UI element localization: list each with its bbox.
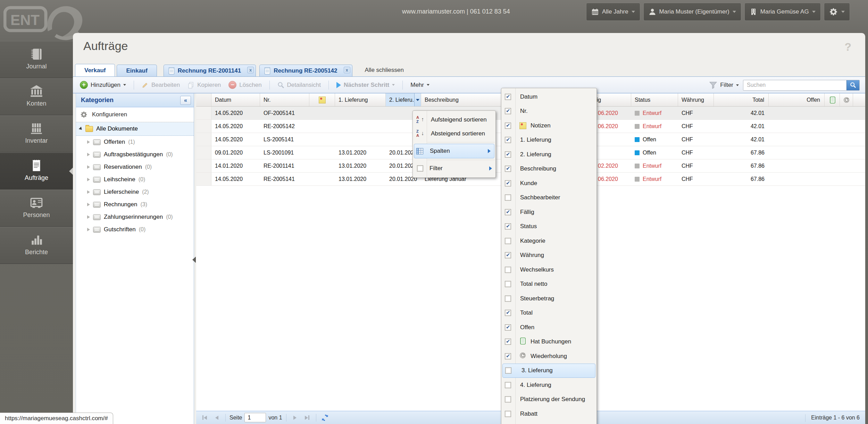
column-header-status[interactable]: Status — [631, 93, 678, 106]
close-tab-icon[interactable]: x — [247, 67, 254, 73]
collapsed-arrow-icon[interactable] — [87, 215, 90, 219]
filter-button[interactable]: Filter — [709, 81, 739, 89]
column-toggle-nr[interactable]: Nr. — [501, 104, 596, 119]
column-toggle-lieferung4[interactable]: 4. Lieferung — [501, 378, 596, 392]
tab-einkauf[interactable]: Einkauf — [117, 65, 157, 76]
column-toggle-sachbearbeiter[interactable]: Sachbearbeiter — [501, 191, 596, 205]
checkbox[interactable] — [505, 267, 511, 273]
column-header-offen[interactable]: Offen — [769, 93, 825, 106]
column-toggle-kategorie[interactable]: Kategorie — [501, 234, 596, 248]
column-header-wiederholung[interactable] — [840, 93, 853, 106]
tab-rechnung-re-2005142[interactable]: Rechnung RE-2005142 x — [259, 65, 352, 76]
previous-page-button[interactable] — [212, 413, 222, 422]
column-toggle-wiederholung[interactable]: Wiederholung — [501, 349, 596, 364]
tree-item-lieferscheine[interactable]: Lieferscheine (2) — [76, 186, 194, 198]
column-toggle-status[interactable]: Status — [501, 219, 596, 234]
checkbox[interactable] — [505, 353, 511, 359]
expanded-arrow-icon[interactable] — [79, 127, 83, 131]
collapsed-arrow-icon[interactable] — [87, 228, 90, 231]
column-toggle-rabatt[interactable]: Rabatt — [501, 407, 596, 421]
collapsed-arrow-icon[interactable] — [87, 178, 90, 181]
checkbox[interactable] — [505, 252, 511, 258]
tab-verkauf[interactable]: Verkauf — [75, 64, 115, 76]
checkbox[interactable] — [505, 339, 511, 345]
checkbox[interactable] — [505, 194, 511, 201]
column-toggle-waehrung[interactable]: Währung — [501, 248, 596, 263]
search-input[interactable] — [743, 82, 846, 88]
refresh-button[interactable] — [320, 413, 330, 422]
column-toggle-beschreibung[interactable]: Beschreibung — [501, 162, 596, 176]
column-toggle-total[interactable]: Total — [501, 306, 596, 321]
help-icon[interactable]: ? — [844, 41, 851, 53]
column-toggle-datum[interactable]: Datum — [501, 90, 596, 104]
menu-item-sort-ascending[interactable]: AZ↑ Aufsteigend sortieren — [413, 113, 495, 127]
collapse-panel-button[interactable]: « — [180, 96, 191, 105]
user-menu-button[interactable]: Maria Muster (Eigentümer) — [643, 3, 741, 21]
tree-item-alle-dokumente[interactable]: Alle Dokumente — [76, 122, 194, 136]
sidebar-item-auftraege[interactable]: Aufträge — [0, 152, 73, 190]
column-toggle-hat-buchungen[interactable]: Hat Buchungen — [501, 335, 596, 349]
column-header-waehrung[interactable]: Währung — [678, 93, 714, 106]
tree-item-rechnungen[interactable]: Rechnungen (3) — [76, 198, 194, 211]
last-page-button[interactable] — [302, 413, 312, 422]
tree-item-offerten[interactable]: Offerten (1) — [76, 136, 194, 148]
more-button[interactable]: Mehr — [408, 82, 432, 89]
search-button[interactable] — [846, 80, 859, 90]
sidebar-item-konten[interactable]: Konten — [0, 78, 73, 115]
column-header-nr[interactable]: Nr. — [260, 93, 309, 106]
edit-button[interactable]: Bearbeiten — [140, 82, 182, 89]
fiscal-year-button[interactable]: Alle Jahre — [586, 3, 640, 21]
close-all-tabs-button[interactable]: Alle schliessen — [365, 67, 404, 74]
splitter-collapse-icon[interactable] — [192, 257, 196, 263]
column-menu-trigger[interactable] — [414, 93, 421, 106]
add-button[interactable]: + Hinzufügen — [78, 81, 128, 89]
collapsed-arrow-icon[interactable] — [87, 165, 90, 169]
menu-item-filter[interactable]: Filter — [413, 161, 495, 175]
checkbox[interactable] — [505, 166, 511, 172]
column-toggle-kunde[interactable]: Kunde — [501, 176, 596, 191]
checkbox[interactable] — [505, 151, 511, 158]
checkbox[interactable] — [505, 296, 511, 302]
column-header-lieferung1[interactable]: 1. Lieferung — [335, 93, 386, 106]
checkbox[interactable] — [505, 324, 511, 331]
column-toggle-wechselkurs[interactable]: Wechselkurs — [501, 263, 596, 277]
next-page-button[interactable] — [290, 413, 300, 422]
column-toggle-offen[interactable]: Offen — [501, 320, 596, 335]
first-page-button[interactable] — [200, 413, 209, 422]
collapsed-arrow-icon[interactable] — [87, 140, 90, 144]
company-menu-button[interactable]: Maria Gemüse AG — [744, 3, 821, 21]
delete-button[interactable]: − Löschen — [226, 81, 264, 89]
column-toggle-platzierung[interactable]: Platzierung der Sendung — [501, 392, 596, 407]
checkbox[interactable] — [505, 180, 511, 186]
tree-item-reservationen[interactable]: Reservationen (0) — [76, 161, 194, 173]
page-number-input[interactable] — [244, 413, 266, 422]
menu-item-sort-descending[interactable]: ZA↓ Absteigend sortieren — [413, 127, 495, 141]
column-toggle-lieferung2[interactable]: 2. Lieferung — [501, 147, 596, 162]
tree-item-leihscheine[interactable]: Leihscheine (0) — [76, 173, 194, 186]
column-toggle-steuerbetrag[interactable]: Steuerbetrag — [501, 291, 596, 306]
tree-item-auftragsbestaetigungen[interactable]: Auftragsbestätigungen (0) — [76, 148, 194, 161]
column-header-beschreibung[interactable]: Beschreibung — [421, 93, 504, 106]
checkbox[interactable] — [505, 281, 511, 287]
checkbox[interactable] — [505, 137, 511, 143]
tree-item-gutschriften[interactable]: Gutschriften (0) — [76, 223, 194, 236]
collapsed-arrow-icon[interactable] — [87, 153, 90, 156]
copy-button[interactable]: Kopieren — [185, 82, 223, 89]
sidebar-item-berichte[interactable]: Berichte — [0, 227, 73, 264]
checkbox[interactable] — [505, 310, 511, 316]
checkbox[interactable] — [505, 238, 511, 244]
next-step-button[interactable]: Nächster Schritt — [334, 82, 397, 89]
column-header-lieferung2[interactable]: 2. Lieferu. — [386, 93, 421, 106]
checkbox[interactable] — [505, 382, 511, 388]
sidebar-item-journal[interactable]: Journal — [0, 41, 73, 78]
checkbox[interactable] — [505, 396, 511, 402]
checkbox[interactable] — [505, 411, 511, 417]
checkbox[interactable] — [505, 94, 511, 100]
collapsed-arrow-icon[interactable] — [87, 203, 90, 206]
tree-item-zahlungserinnerungen[interactable]: Zahlungserinnerungen (0) — [76, 211, 194, 223]
column-toggle-notizen[interactable]: Notizen — [501, 118, 596, 133]
tab-rechnung-re-2001141[interactable]: Rechnung RE-2001141 x — [164, 65, 256, 76]
menu-item-columns[interactable]: Spalten — [414, 144, 494, 158]
sidebar-item-inventar[interactable]: Inventar — [0, 115, 73, 152]
checkbox[interactable] — [505, 209, 511, 215]
